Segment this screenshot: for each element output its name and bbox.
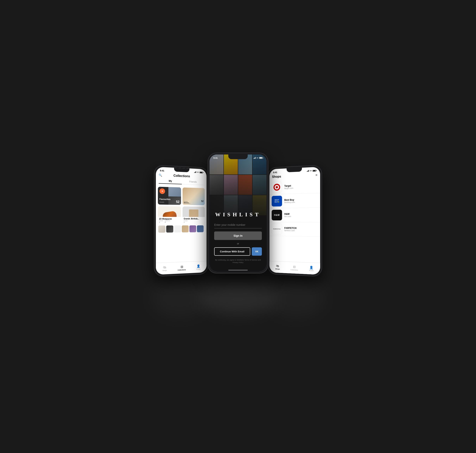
filter-icon[interactable]: ≡ bbox=[315, 173, 317, 177]
scene: 9:41 bbox=[151, 147, 325, 306]
logo-area: WISHLIST bbox=[214, 212, 262, 218]
shop-row-hm[interactable]: H&M H&M hm.com bbox=[269, 208, 320, 222]
battery-center bbox=[259, 157, 263, 159]
heart-icon: ♥ bbox=[160, 188, 165, 194]
collections-icon-left: ⊟ bbox=[181, 265, 183, 269]
grandr-goods-val: 1 bbox=[184, 221, 204, 223]
sig-c-1 bbox=[253, 158, 254, 159]
women-title: Wome... bbox=[184, 202, 190, 204]
phone-center-screen: 9:41 bbox=[210, 155, 266, 272]
shop-row-farfetch[interactable]: FARFETCH FARFETCH farfetch.com bbox=[269, 222, 320, 236]
search-icon[interactable]: 🔍 bbox=[159, 173, 162, 177]
nav-profile-label-left: Profile bbox=[196, 268, 201, 270]
battery-left bbox=[200, 171, 203, 173]
email-row: Continue With Email VK bbox=[214, 247, 262, 256]
shops-icon-right: 🛍 bbox=[276, 264, 279, 268]
collection-card-grandr[interactable]: Grandr. Birthda... Goods 1 bbox=[182, 206, 205, 224]
target-info: Target target.com bbox=[284, 183, 318, 189]
small-white-img bbox=[174, 226, 181, 232]
center-screen: 9:41 bbox=[210, 155, 266, 272]
shoe-bought-col: Куплено 0 bbox=[165, 220, 170, 223]
home-bar-center bbox=[228, 270, 248, 270]
hm-name: H&M bbox=[284, 212, 318, 215]
shoe-info: 23 Февраля Goods 1 Куплено 0 bbox=[158, 217, 181, 224]
nav-collections-left[interactable]: ⊟ Collections bbox=[173, 263, 190, 273]
shoe-goods-lbl: Goods bbox=[159, 220, 163, 221]
shoe-goods-col: Goods 1 bbox=[159, 220, 163, 223]
collection-card-favourites[interactable]: ♥ Favourites Goods 52 bbox=[158, 187, 181, 205]
nav-profile-right[interactable]: 👤 Profile bbox=[303, 264, 320, 274]
nav-collections-right[interactable]: ⊟ Collections bbox=[286, 263, 303, 273]
phone-input-container[interactable] bbox=[214, 223, 262, 228]
notch-right bbox=[287, 168, 302, 172]
sign-in-button[interactable]: Sign In bbox=[214, 231, 262, 240]
hm-url: hm.com bbox=[284, 215, 318, 217]
shadow-center bbox=[199, 285, 277, 314]
continue-email-button[interactable]: Continue With Email bbox=[214, 247, 250, 256]
phone-input[interactable] bbox=[214, 223, 262, 226]
vk-button[interactable]: VK bbox=[252, 247, 262, 256]
shop-logo-target bbox=[272, 182, 282, 193]
women-count: 52 bbox=[201, 200, 204, 202]
status-time-right: 9:41 bbox=[273, 171, 277, 174]
profile-icon-left: 👤 bbox=[196, 264, 200, 268]
notch-left bbox=[174, 168, 189, 172]
battery-fill-left bbox=[200, 172, 202, 173]
small-cube-img bbox=[189, 225, 196, 232]
grandr-goods-lbl: Goods bbox=[184, 220, 204, 221]
sig-r-2 bbox=[307, 170, 308, 171]
nav-shops-right[interactable]: 🛍 Shops bbox=[269, 262, 286, 272]
hm-info: H&M hm.com bbox=[284, 212, 318, 217]
collection-card-women[interactable]: Goods Wome... 52 bbox=[182, 187, 205, 205]
grandr-title: Grandr. Birthda... bbox=[184, 218, 204, 220]
farfetch-url: farfetch.com bbox=[284, 229, 318, 232]
phone-right: 9:41 bbox=[268, 165, 322, 276]
bestbuy-info: Best Buy bestbuy.com bbox=[284, 198, 318, 203]
tab-my[interactable]: My bbox=[159, 178, 182, 184]
small-box-img bbox=[197, 225, 203, 232]
farfetch-logo-text: FARFETCH bbox=[273, 228, 280, 229]
status-icons-left bbox=[194, 171, 203, 173]
sig-c-4 bbox=[255, 157, 256, 159]
grandr-goods-col: Goods 1 bbox=[184, 220, 204, 223]
nav-shops-label-left: Shops bbox=[162, 269, 167, 271]
nav-profile-label-right: Profile bbox=[309, 269, 314, 271]
signal-bar-1 bbox=[194, 172, 195, 173]
collections-icon-right: ⊟ bbox=[293, 265, 295, 269]
small-bag-img bbox=[182, 225, 189, 232]
small-phone-img bbox=[166, 226, 173, 233]
or-divider: or bbox=[214, 242, 262, 245]
nav-collections-label-right: Collections bbox=[291, 269, 298, 271]
wifi-icon-right bbox=[309, 170, 312, 172]
nav-shops-left[interactable]: 🛍 Shops bbox=[156, 264, 173, 273]
status-bar-center: 9:41 bbox=[210, 155, 266, 160]
profile-icon-right: 👤 bbox=[309, 265, 313, 269]
battery-right bbox=[313, 170, 316, 171]
wifi-icon-center bbox=[256, 157, 259, 159]
shops-list: Target target.com BESTBUY■ Best Buy bbox=[269, 179, 320, 237]
shoe-goods-val: 1 bbox=[159, 221, 163, 223]
nav-collections-label-left: Collections bbox=[178, 269, 186, 271]
signal-bar-2 bbox=[195, 172, 195, 173]
shop-logo-hm: H&M bbox=[272, 210, 282, 220]
collections-title: Collections bbox=[174, 174, 190, 178]
wifi-icon-left bbox=[197, 171, 199, 173]
shop-logo-farfetch: FARFETCH bbox=[272, 224, 282, 234]
battery-fill-center bbox=[259, 157, 262, 158]
fav-title: Favourites bbox=[160, 198, 171, 200]
shop-row-target[interactable]: Target target.com bbox=[269, 179, 320, 194]
nav-profile-left[interactable]: 👤 Profile bbox=[190, 262, 207, 272]
shop-row-bestbuy[interactable]: BESTBUY■ Best Buy bestbuy.com bbox=[269, 193, 320, 208]
status-icons-right bbox=[307, 170, 316, 172]
login-content: WISHLIST Sign In or Continue With Email … bbox=[210, 208, 266, 271]
sig-r-4 bbox=[308, 170, 309, 171]
wishlist-logo: WISHLIST bbox=[214, 212, 262, 218]
fav-goods-count: 52 bbox=[176, 200, 180, 204]
small-items-row bbox=[158, 225, 205, 233]
shoe-sub-row: Goods 1 Куплено 0 bbox=[159, 220, 180, 223]
shoe-bought-lbl: Куплено bbox=[165, 220, 170, 221]
tabs: My Friends bbox=[159, 178, 204, 185]
collections-grid: ♥ Favourites Goods 52 Goods Wome... bbox=[156, 185, 207, 234]
collection-card-shoe[interactable]: 23 Февраля Goods 1 Куплено 0 bbox=[158, 206, 181, 224]
tab-friends[interactable]: Friends bbox=[182, 179, 204, 185]
